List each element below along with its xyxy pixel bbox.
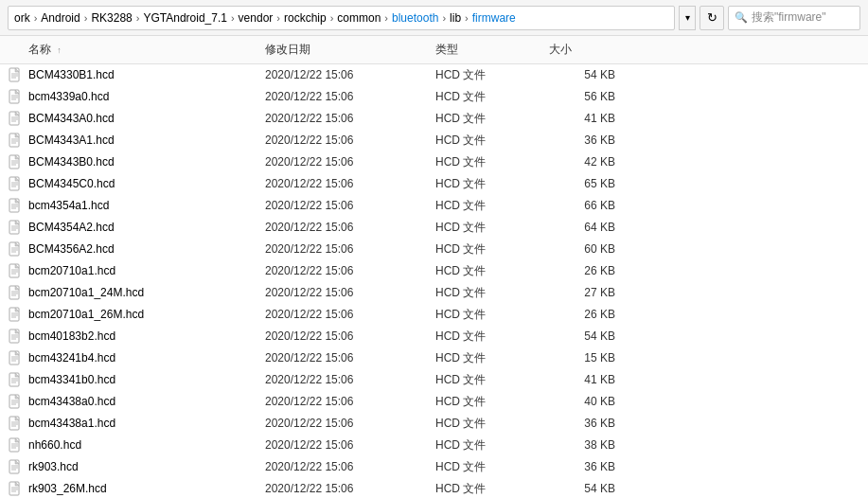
column-header-size[interactable]: 大小 [549,42,625,58]
svg-rect-28 [9,221,19,234]
table-row[interactable]: BCM4343B0.hcd2020/12/22 15:06HCD 文件42 KB [0,151,868,173]
file-icon [8,437,23,453]
file-name: bcm43438a0.hcd [28,395,265,408]
column-header-name[interactable]: 名称 ↑ [0,42,265,58]
table-row[interactable]: BCM4354A2.hcd2020/12/22 15:06HCD 文件64 KB [0,217,868,239]
file-icon [8,307,23,322]
file-type: HCD 文件 [435,459,549,475]
file-type: HCD 文件 [435,263,549,279]
file-icon [8,133,23,148]
file-type: HCD 文件 [435,241,549,258]
breadcrumb-container[interactable]: ork › Android › RK3288 › YGTAndroid_7.1 … [8,6,675,30]
table-row[interactable]: BCM4343A1.hcd2020/12/22 15:06HCD 文件36 KB [0,130,868,151]
file-date: 2020/12/22 15:06 [265,199,435,212]
file-date: 2020/12/22 15:06 [265,460,435,473]
file-size: 42 KB [549,155,625,169]
column-headers: 名称 ↑ 修改日期 类型 大小 [0,36,868,64]
sort-arrow-icon: ↑ [57,45,62,55]
column-header-type[interactable]: 类型 [435,42,549,58]
file-size: 26 KB [549,308,625,321]
file-type: HCD 文件 [435,350,549,366]
file-type: HCD 文件 [435,111,549,127]
table-row[interactable]: BCM4356A2.hcd2020/12/22 15:06HCD 文件60 KB [0,239,868,260]
svg-rect-56 [9,373,19,386]
breadcrumb-item-firmware: firmware [472,11,516,25]
file-icon [8,89,23,104]
breadcrumb-item: ork [14,11,30,25]
breadcrumb-dropdown[interactable]: ▾ [679,6,696,30]
file-name: BCM4343A1.hcd [28,133,265,147]
search-box[interactable]: 🔍 搜索"firmware" [728,6,860,30]
file-list: BCM4330B1.hcd2020/12/22 15:06HCD 文件54 KB… [0,64,868,498]
file-name: BCM4330B1.hcd [28,68,265,81]
table-row[interactable]: bcm43241b4.hcd2020/12/22 15:06HCD 文件15 K… [0,347,868,369]
breadcrumb-sep: › [231,12,235,24]
file-icon [8,416,23,431]
table-row[interactable]: nh660.hcd2020/12/22 15:06HCD 文件38 KB [0,435,868,456]
svg-rect-68 [9,438,19,452]
file-date: 2020/12/22 15:06 [265,90,435,103]
table-row[interactable]: bcm40183b2.hcd2020/12/22 15:06HCD 文件54 K… [0,326,868,347]
breadcrumb-sep: › [330,12,334,24]
file-icon [8,154,23,169]
file-type: HCD 文件 [435,89,549,105]
file-size: 54 KB [549,482,625,495]
breadcrumb-item: lib [450,11,461,25]
file-size: 36 KB [549,460,625,473]
file-name: rk903_26M.hcd [28,482,265,495]
file-icon [8,350,23,365]
table-row[interactable]: bcm43438a0.hcd2020/12/22 15:06HCD 文件40 K… [0,391,868,413]
svg-rect-0 [9,68,19,81]
file-name: BCM4345C0.hcd [28,177,265,190]
svg-rect-76 [9,482,19,495]
file-type: HCD 文件 [435,481,549,497]
file-type: HCD 文件 [435,329,549,345]
file-size: 41 KB [549,373,625,386]
svg-rect-20 [9,177,19,190]
file-size: 54 KB [549,68,625,81]
file-icon [8,394,23,409]
table-row[interactable]: rk903_26M.hcd2020/12/22 15:06HCD 文件54 KB [0,478,868,498]
breadcrumb-sep: › [34,12,38,24]
table-row[interactable]: rk903.hcd2020/12/22 15:06HCD 文件36 KB [0,456,868,478]
file-date: 2020/12/22 15:06 [265,395,435,408]
refresh-icon: ↻ [707,10,717,25]
file-date: 2020/12/22 15:06 [265,417,435,430]
breadcrumb-item: RK3288 [91,11,132,25]
svg-rect-12 [9,133,19,147]
file-name: BCM4356A2.hcd [28,242,265,256]
file-name: bcm20710a1_26M.hcd [28,308,265,321]
search-icon: 🔍 [735,11,748,24]
svg-rect-16 [9,155,19,169]
file-name: bcm43341b0.hcd [28,373,265,386]
breadcrumb-item: rockchip [284,11,327,25]
file-icon [8,481,23,496]
file-type: HCD 文件 [435,220,549,236]
file-size: 15 KB [549,351,625,365]
breadcrumb-sep: › [384,12,388,24]
file-date: 2020/12/22 15:06 [265,221,435,234]
table-row[interactable]: bcm43438a1.hcd2020/12/22 15:06HCD 文件36 K… [0,413,868,435]
table-row[interactable]: BCM4345C0.hcd2020/12/22 15:06HCD 文件65 KB [0,173,868,195]
table-row[interactable]: bcm43341b0.hcd2020/12/22 15:06HCD 文件41 K… [0,369,868,391]
refresh-button[interactable]: ↻ [700,6,724,30]
file-name: BCM4343B0.hcd [28,155,265,169]
breadcrumb-sep: › [84,12,88,24]
file-date: 2020/12/22 15:06 [265,329,435,343]
file-size: 60 KB [549,242,625,256]
file-icon [8,329,23,344]
table-row[interactable]: bcm4339a0.hcd2020/12/22 15:06HCD 文件56 KB [0,86,868,108]
file-size: 65 KB [549,177,625,190]
table-row[interactable]: BCM4330B1.hcd2020/12/22 15:06HCD 文件54 KB [0,64,868,86]
table-row[interactable]: bcm20710a1_26M.hcd2020/12/22 15:06HCD 文件… [0,304,868,326]
table-row[interactable]: BCM4343A0.hcd2020/12/22 15:06HCD 文件41 KB [0,108,868,130]
file-type: HCD 文件 [435,176,549,192]
column-header-date[interactable]: 修改日期 [265,42,435,58]
svg-rect-36 [9,264,19,277]
table-row[interactable]: bcm20710a1_24M.hcd2020/12/22 15:06HCD 文件… [0,282,868,304]
table-row[interactable]: bcm20710a1.hcd2020/12/22 15:06HCD 文件26 K… [0,260,868,282]
svg-rect-64 [9,417,19,430]
file-type: HCD 文件 [435,285,549,301]
file-type: HCD 文件 [435,437,549,454]
table-row[interactable]: bcm4354a1.hcd2020/12/22 15:06HCD 文件66 KB [0,195,868,217]
